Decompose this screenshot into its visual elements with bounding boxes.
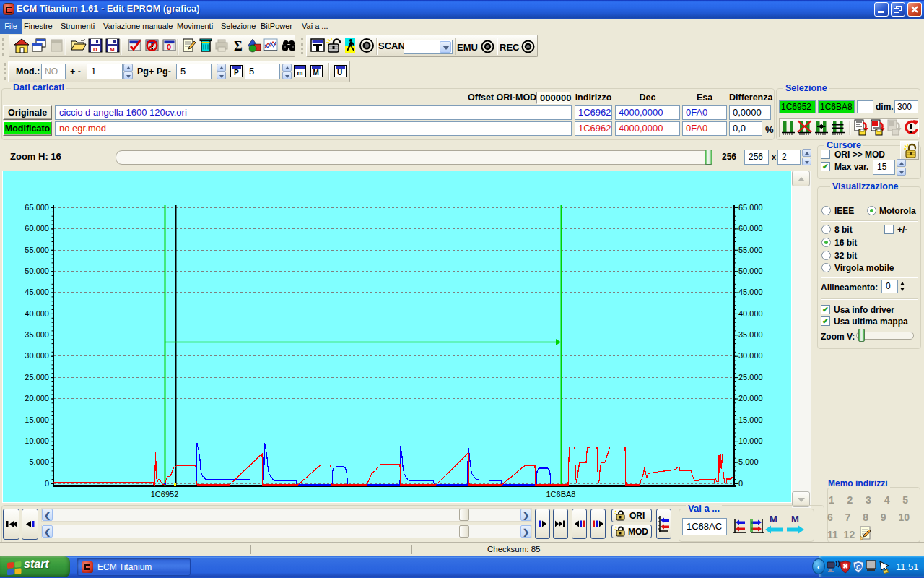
svg-text:40.000: 40.000 — [25, 309, 49, 318]
svg-text:45.000: 45.000 — [738, 288, 763, 296]
svg-text:MOD: MOD — [628, 527, 648, 537]
svg-text:20.000: 20.000 — [25, 394, 49, 402]
svg-text:5.000: 5.000 — [738, 457, 759, 466]
svg-text:35.000: 35.000 — [25, 330, 49, 339]
svg-text:1C6BA8: 1C6BA8 — [546, 490, 576, 499]
svg-text:20.000: 20.000 — [738, 394, 763, 402]
svg-text:65.000: 65.000 — [738, 203, 763, 212]
svg-text:10.000: 10.000 — [25, 436, 49, 445]
svg-text:25.000: 25.000 — [738, 373, 763, 381]
svg-text:30.000: 30.000 — [25, 351, 49, 360]
svg-text:55.000: 55.000 — [738, 246, 763, 254]
svg-text:65.000: 65.000 — [25, 203, 49, 212]
svg-text:5.000: 5.000 — [29, 457, 49, 466]
svg-text:50.000: 50.000 — [25, 267, 49, 275]
svg-text:15.000: 15.000 — [25, 415, 49, 424]
svg-text:50.000: 50.000 — [738, 267, 763, 275]
svg-text:35.000: 35.000 — [738, 330, 763, 339]
svg-text:55.000: 55.000 — [25, 246, 49, 254]
svg-text:60.000: 60.000 — [25, 224, 49, 233]
svg-text:15.000: 15.000 — [738, 415, 763, 424]
svg-text:25.000: 25.000 — [25, 373, 49, 381]
svg-text:0: 0 — [738, 479, 743, 488]
svg-text:45.000: 45.000 — [25, 288, 49, 296]
svg-text:C: C — [856, 564, 861, 571]
svg-text:30.000: 30.000 — [738, 351, 763, 360]
svg-text:40.000: 40.000 — [738, 309, 763, 318]
svg-text:ORI: ORI — [629, 511, 645, 521]
svg-text:10.000: 10.000 — [738, 436, 763, 445]
svg-text:60.000: 60.000 — [738, 224, 763, 233]
svg-text:1C6952: 1C6952 — [151, 490, 179, 499]
svg-text:0: 0 — [45, 479, 49, 488]
